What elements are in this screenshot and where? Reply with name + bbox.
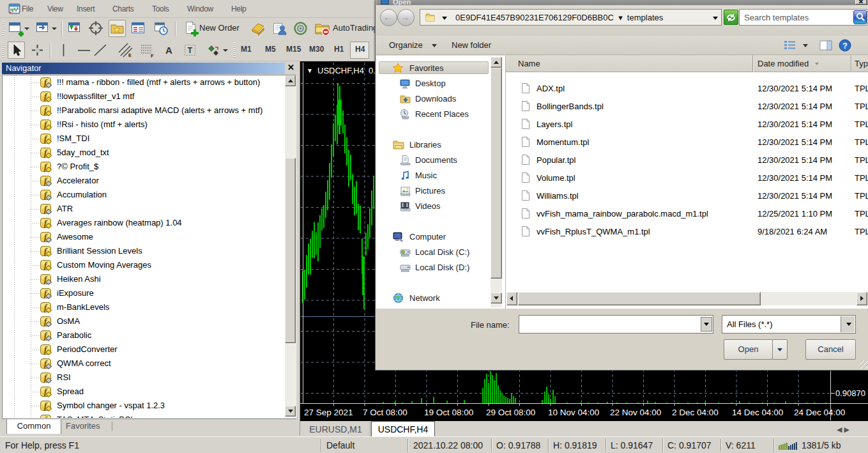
svg-text:F: F: [151, 54, 154, 58]
svg-text:?: ?: [842, 41, 848, 50]
svg-text:A: A: [165, 45, 172, 56]
svg-text:E: E: [128, 53, 132, 58]
svg-text:T: T: [188, 46, 193, 55]
